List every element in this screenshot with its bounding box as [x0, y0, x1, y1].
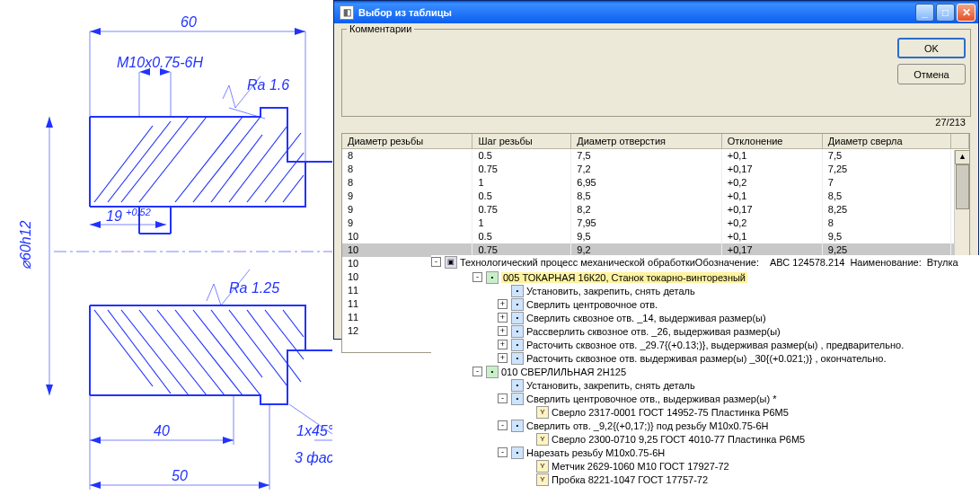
- svg-marker-3: [46, 385, 53, 395]
- svg-line-22: [94, 310, 153, 386]
- svg-marker-37: [90, 28, 101, 35]
- table-cell: 7,95: [571, 217, 722, 230]
- tool-icon: Y: [536, 433, 549, 446]
- tree-node[interactable]: •Установить, закрепить, снять деталь: [431, 284, 979, 297]
- table-row[interactable]: 917,95+0,28: [342, 217, 969, 230]
- scroll-up-button[interactable]: ▲: [955, 150, 970, 164]
- svg-line-24: [121, 310, 189, 395]
- tree-toggle[interactable]: -: [498, 420, 508, 430]
- step-icon: •: [511, 339, 524, 351]
- maximize-button[interactable]: □: [936, 4, 955, 22]
- svg-marker-46: [155, 221, 166, 228]
- row-counter: 27/213: [935, 117, 966, 128]
- svg-marker-50: [90, 437, 101, 444]
- surface-ra125: Ra 1.25: [229, 280, 279, 296]
- tree-node[interactable]: YМетчик 2629-1060 М10 ГОСТ 17927-72: [431, 459, 979, 473]
- tree-node[interactable]: +•Сверлить центровочное отв.: [431, 297, 979, 311]
- table-cell: 10: [342, 230, 472, 243]
- column-header[interactable]: Отклонение: [721, 134, 822, 149]
- column-header-blank: [951, 134, 969, 149]
- tree-toggle[interactable]: -: [498, 447, 508, 457]
- column-header[interactable]: Диаметр сверла: [822, 134, 951, 149]
- column-header[interactable]: Диаметр резьбы: [342, 134, 472, 149]
- tree-toggle[interactable]: -: [431, 257, 441, 267]
- tree-toggle[interactable]: -: [472, 367, 482, 376]
- step-icon: •: [511, 312, 524, 324]
- step-icon: •: [511, 420, 524, 432]
- table-row[interactable]: 90.58,5+0,18,5: [342, 190, 969, 203]
- tree-node[interactable]: •Установить, закрепить, снять деталь: [431, 378, 979, 392]
- svg-marker-38: [295, 28, 305, 35]
- dim-50: 50: [172, 468, 188, 483]
- step-icon: •: [511, 325, 524, 338]
- tree-node[interactable]: +•Рассверлить сквозное отв. _26, выдержи…: [431, 324, 979, 338]
- tree-node[interactable]: YПробка 8221-1047 ГОСТ 17757-72: [431, 473, 979, 486]
- svg-line-11: [94, 126, 153, 202]
- table-cell: +0,1: [721, 149, 822, 163]
- tree-node[interactable]: YСверло 2317-0001 ГОСТ 14952-75 Пластинк…: [431, 405, 979, 419]
- tree-node-label: Пробка 8221-1047 ГОСТ 17757-72: [552, 474, 708, 485]
- column-header[interactable]: Диаметр отверстия: [571, 134, 722, 149]
- table-cell: 7,2: [571, 163, 722, 176]
- table-row[interactable]: 80.757,2+0,177,25: [342, 163, 969, 176]
- table-cell: 9,5: [571, 230, 722, 243]
- close-button[interactable]: ✕: [957, 4, 976, 22]
- process-tree[interactable]: - ▣ Технологический процесс механической…: [431, 255, 979, 502]
- tree-node-label: Сверло 2300-0710 9,25 ГОСТ 4010-77 Пласт…: [552, 434, 805, 445]
- tree-node[interactable]: -•010 СВЕРЛИЛЬНАЯ 2Н125: [431, 365, 979, 378]
- tree-toggle[interactable]: +: [498, 326, 508, 336]
- tree-node-label: Расточить сквозное отв. _29.7{(+0.13;)},…: [526, 340, 904, 350]
- svg-line-28: [193, 310, 260, 395]
- app-icon: ◧: [340, 5, 354, 20]
- step-icon: •: [511, 447, 524, 459]
- tree-root-naim-label: Наименование:: [850, 257, 921, 268]
- tree-node[interactable]: -•Сверлить отв. _9,2{(+0,17;)} под резьб…: [431, 419, 979, 432]
- tree-toggle[interactable]: +: [498, 313, 508, 323]
- table-cell: +0,17: [721, 163, 822, 176]
- table-row[interactable]: 90.758,2+0,178,25: [342, 203, 969, 217]
- table-cell: 8: [342, 149, 472, 163]
- tree-node[interactable]: +•Сверлить сквозное отв. _14, выдерживая…: [431, 311, 979, 324]
- table-cell: +0,2: [721, 176, 822, 190]
- tree-node[interactable]: -•Нарезать резьбу М10х0.75-6Н: [431, 446, 979, 459]
- comments-label: Комментарии: [347, 23, 414, 34]
- tree-node[interactable]: +•Расточить сквозное отв. _29.7{(+0.13;)…: [431, 338, 979, 351]
- table-row[interactable]: 816,95+0,27: [342, 176, 969, 190]
- tree-node[interactable]: -•Сверлить центровочное отв., выдерживая…: [431, 392, 979, 405]
- cancel-button[interactable]: Отмена: [897, 64, 966, 84]
- tree-toggle[interactable]: +: [498, 353, 508, 363]
- technical-drawing: ⌀60h12: [0, 0, 332, 504]
- svg-marker-57: [259, 482, 269, 489]
- step-icon: •: [511, 379, 524, 392]
- scroll-thumb[interactable]: [956, 164, 969, 209]
- dialog-title: Выбор из таблицы: [358, 7, 452, 18]
- dim-60: 60: [181, 14, 197, 30]
- tree-node-label: 005 ТОКАРНАЯ 16К20, Станок токарно-винто…: [501, 272, 747, 283]
- column-header[interactable]: Шаг резьбы: [472, 134, 571, 149]
- tree-toggle[interactable]: -: [472, 272, 482, 282]
- table-cell: 8: [342, 163, 472, 176]
- tree-root-label: Технологический процесс механической обр…: [460, 257, 759, 268]
- table-row[interactable]: 100.59,5+0,19,5: [342, 230, 969, 243]
- tree-toggle[interactable]: +: [498, 299, 508, 309]
- table-cell: +0,1: [721, 190, 822, 203]
- tree-toggle[interactable]: +: [498, 340, 508, 349]
- minimize-button[interactable]: _: [915, 4, 934, 22]
- table-cell: 8,5: [571, 190, 722, 203]
- tree-node[interactable]: -•005 ТОКАРНАЯ 16К20, Станок токарно-вин…: [431, 270, 979, 284]
- process-icon: ▣: [445, 256, 457, 269]
- table-cell: 7,5: [822, 149, 951, 163]
- dialog-titlebar[interactable]: ◧ Выбор из таблицы _ □ ✕: [334, 1, 978, 23]
- tree-node[interactable]: YСверло 2300-0710 9,25 ГОСТ 4010-77 Плас…: [431, 432, 979, 446]
- tree-node[interactable]: +•Расточить сквозное отв. выдерживая раз…: [431, 351, 979, 365]
- svg-line-26: [157, 310, 225, 395]
- table-cell: 9: [342, 217, 472, 230]
- tree-toggle[interactable]: -: [498, 393, 508, 403]
- table-cell: 0.5: [472, 190, 571, 203]
- svg-line-18: [229, 126, 287, 202]
- table-row[interactable]: 80.57,5+0,17,5: [342, 149, 969, 163]
- table-cell: +0,1: [721, 230, 822, 243]
- table-cell: 8,2: [571, 203, 722, 217]
- table-cell: 7,5: [571, 149, 722, 163]
- ok-button[interactable]: OK: [897, 38, 966, 58]
